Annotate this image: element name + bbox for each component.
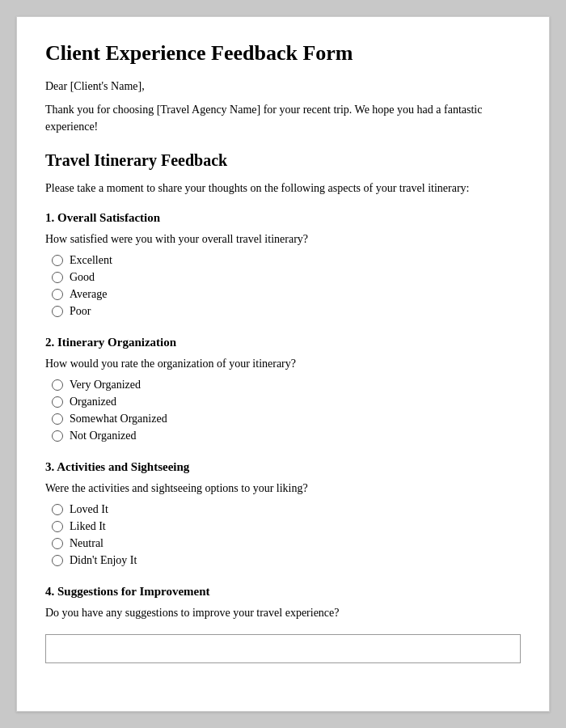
q1-option-1[interactable]: Excellent	[52, 254, 521, 267]
section-heading: Travel Itinerary Feedback	[45, 151, 521, 170]
q2-option-2[interactable]: Organized	[52, 396, 521, 408]
q1-option-2-label: Good	[70, 271, 95, 284]
q1-option-4[interactable]: Poor	[52, 305, 521, 318]
radio-circle	[52, 538, 63, 549]
radio-circle	[52, 272, 63, 283]
main-title: Client Experience Feedback Form	[45, 41, 521, 66]
q4-text: Do you have any suggestions to improve y…	[45, 607, 521, 620]
q2-radio-group: Very Organized Organized Somewhat Organi…	[45, 379, 521, 442]
suggestions-input[interactable]	[45, 634, 521, 663]
radio-circle	[52, 289, 63, 300]
radio-circle	[52, 555, 63, 566]
q2-option-3[interactable]: Somewhat Organized	[52, 413, 521, 425]
q2-option-1-label: Very Organized	[70, 379, 141, 392]
q2-option-2-label: Organized	[70, 396, 116, 408]
q2-option-4[interactable]: Not Organized	[52, 430, 521, 442]
q3-option-3[interactable]: Neutral	[52, 537, 521, 550]
q3-option-2-label: Liked It	[70, 520, 106, 533]
radio-circle	[52, 255, 63, 266]
question-block-3: 3. Activities and Sightseeing Were the a…	[45, 460, 521, 567]
radio-circle	[52, 396, 63, 408]
q3-option-4-label: Didn't Enjoy It	[70, 554, 137, 567]
q4-heading: 4. Suggestions for Improvement	[45, 585, 521, 599]
q2-heading: 2. Itinerary Organization	[45, 336, 521, 349]
radio-circle	[52, 306, 63, 317]
radio-circle	[52, 430, 63, 442]
q3-option-3-label: Neutral	[70, 537, 103, 550]
q1-radio-group: Excellent Good Average Poor	[45, 254, 521, 318]
q3-option-4[interactable]: Didn't Enjoy It	[52, 554, 521, 567]
q1-text: How satisfied were you with your overall…	[45, 233, 521, 246]
q3-option-2[interactable]: Liked It	[52, 520, 521, 533]
q1-option-1-label: Excellent	[70, 254, 112, 267]
q2-text: How would you rate the organization of y…	[45, 358, 521, 370]
q1-option-3[interactable]: Average	[52, 288, 521, 301]
radio-circle	[52, 379, 63, 391]
q1-option-2[interactable]: Good	[52, 271, 521, 284]
q1-heading: 1. Overall Satisfaction	[45, 211, 521, 225]
radio-circle	[52, 413, 63, 425]
question-block-1: 1. Overall Satisfaction How satisfied we…	[45, 211, 521, 318]
q3-option-1-label: Loved It	[70, 503, 108, 516]
section-desc: Please take a moment to share your thoug…	[45, 180, 521, 197]
q3-option-1[interactable]: Loved It	[52, 503, 521, 516]
page-container: Client Experience Feedback Form Dear [Cl…	[16, 16, 550, 712]
q1-option-4-label: Poor	[70, 305, 91, 318]
q3-heading: 3. Activities and Sightseeing	[45, 460, 521, 474]
intro-text: Thank you for choosing [Travel Agency Na…	[45, 101, 521, 135]
radio-circle	[52, 504, 63, 515]
q3-radio-group: Loved It Liked It Neutral Didn't Enjoy I…	[45, 503, 521, 567]
q2-option-4-label: Not Organized	[70, 430, 137, 442]
q2-option-3-label: Somewhat Organized	[70, 413, 167, 425]
q2-option-1[interactable]: Very Organized	[52, 379, 521, 392]
q3-text: Were the activities and sightseeing opti…	[45, 482, 521, 495]
radio-circle	[52, 521, 63, 532]
q1-option-3-label: Average	[70, 288, 107, 301]
question-block-2: 2. Itinerary Organization How would you …	[45, 336, 521, 442]
question-block-4: 4. Suggestions for Improvement Do you ha…	[45, 585, 521, 663]
greeting: Dear [Client's Name],	[45, 80, 521, 93]
